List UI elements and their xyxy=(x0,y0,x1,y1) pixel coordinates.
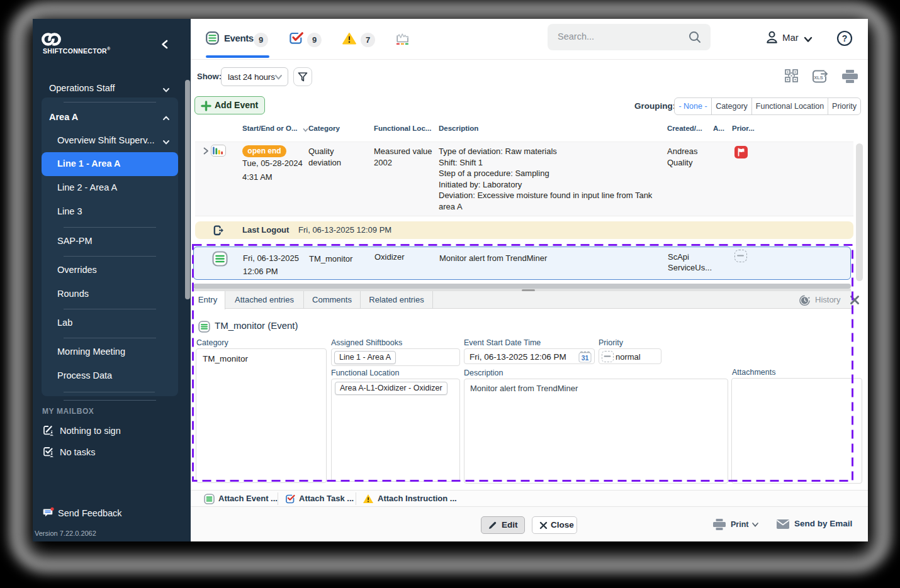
calendar-icon[interactable]: 31 xyxy=(578,351,592,363)
print-icon[interactable] xyxy=(841,70,858,84)
sidebar-item-line2[interactable]: Line 2 - Area A xyxy=(57,182,117,192)
attach-instruction-button[interactable]: Attach Instruction ... xyxy=(378,494,457,503)
print-small-icon[interactable] xyxy=(712,519,726,530)
shiftbook-chip[interactable]: Line 1 - Area A xyxy=(334,351,396,364)
detail-tabs: Entry Attached entries Comments Related … xyxy=(191,291,853,309)
sidebar-item-nothing-to-sign[interactable]: Nothing to sign xyxy=(60,426,121,436)
sidebar-item-line1-selected[interactable]: Line 1 - Area A xyxy=(42,152,178,176)
chevron-down-icon[interactable] xyxy=(162,86,171,94)
help-icon[interactable]: ? xyxy=(836,30,853,47)
tab-attached-entries[interactable]: Attached entries xyxy=(225,291,304,309)
email-icon[interactable] xyxy=(776,519,790,530)
sidebar-scrollbar-thumb[interactable] xyxy=(185,80,190,299)
add-event-label: Add Event xyxy=(215,100,258,110)
column-header-a[interactable]: A... xyxy=(713,125,724,132)
label-priority: Priority xyxy=(599,338,623,347)
label-functional-location: Functional Location xyxy=(331,369,399,377)
events-count-badge: 9 xyxy=(254,33,268,47)
selected-row-category: TM_monitor xyxy=(309,253,352,265)
sidebar-item-overview-shift[interactable]: Overview Shift Superv... xyxy=(57,135,154,145)
user-chevron-down-icon[interactable] xyxy=(803,35,813,44)
close-button[interactable]: Close xyxy=(532,516,577,534)
edit-button[interactable]: Edit xyxy=(481,516,525,534)
sidebar-item-line3[interactable]: Line 3 xyxy=(57,206,82,216)
category-field[interactable]: TM_monitor xyxy=(196,348,327,483)
filter-button[interactable] xyxy=(293,67,312,86)
add-event-button[interactable]: Add Event xyxy=(194,96,265,114)
sidebar-collapse-button[interactable] xyxy=(160,40,169,49)
event-row-quality-deviation[interactable]: open end Tue, 05-28-2024 4:31 AM Quality… xyxy=(195,141,853,216)
grouping-category-button[interactable]: Category xyxy=(711,97,752,115)
column-header-created[interactable]: Created/... xyxy=(667,125,702,132)
events-tab-icon xyxy=(206,31,219,45)
close-panel-icon[interactable] xyxy=(849,294,860,306)
attach-task-button[interactable]: Attach Task ... xyxy=(299,494,354,503)
column-header-start-end[interactable]: Start/End or O... xyxy=(242,125,298,132)
sidebar-item-lab[interactable]: Lab xyxy=(57,318,72,328)
export-xls-icon[interactable]: XLS xyxy=(811,68,831,85)
tab-entry[interactable]: Entry xyxy=(191,291,225,309)
row-expand-chevron-icon[interactable] xyxy=(201,147,210,155)
label-description: Description xyxy=(464,369,503,377)
tasks-tab-icon[interactable] xyxy=(290,32,304,45)
chevron-up-icon[interactable] xyxy=(162,114,171,123)
event-start-value: Fri, 06-13-2025 12:06 PM xyxy=(470,352,566,362)
description-field[interactable]: Monitor alert from TrendMiner xyxy=(464,379,728,484)
selected-row-created-2: ServiceUs... xyxy=(668,262,712,274)
grouping-functional-location-button[interactable]: Functional Location xyxy=(751,97,828,115)
print-chevron-down-icon[interactable] xyxy=(751,522,759,528)
history-icon[interactable] xyxy=(799,294,811,306)
attach-task-icon xyxy=(284,493,296,504)
table-scrollbar-thumb[interactable] xyxy=(856,143,863,281)
selected-row-time: 12:06 PM xyxy=(243,266,278,277)
warnings-tab-icon[interactable] xyxy=(342,33,356,45)
tab-related-entries[interactable]: Related entries xyxy=(361,291,433,309)
column-header-functional[interactable]: Functional Loc... xyxy=(374,125,431,132)
search-icon[interactable] xyxy=(688,30,702,44)
priority-none-small-icon xyxy=(602,351,614,362)
functional-location-chip[interactable]: Area A-L1-Oxidizer - Oxidizer xyxy=(335,382,447,395)
sidebar-item-process-data[interactable]: Process Data xyxy=(57,370,112,380)
tab-events[interactable]: Events xyxy=(224,33,254,43)
sidebar-item-no-tasks[interactable]: No tasks xyxy=(60,447,95,457)
column-header-category[interactable]: Category xyxy=(308,125,340,132)
search-placeholder: Search... xyxy=(558,31,594,42)
chevron-down-icon[interactable] xyxy=(162,138,171,147)
sidebar-item-morning-meeting[interactable]: Morning Meeting xyxy=(57,347,125,357)
event-start-field[interactable]: Fri, 06-13-2025 12:06 PM 31 xyxy=(464,348,595,364)
attachments-field[interactable] xyxy=(731,378,862,484)
search-input[interactable]: Search... xyxy=(548,24,711,50)
attach-event-button[interactable]: Attach Event ... xyxy=(218,494,278,503)
process-monitor-tab-icon[interactable] xyxy=(396,32,409,45)
brand-name: SHIFTCONNECTOR® xyxy=(43,47,110,55)
functional-location-field[interactable]: Area A-L1-Oxidizer - Oxidizer xyxy=(331,379,460,482)
column-header-priority[interactable]: Prior... xyxy=(732,125,755,132)
user-icon[interactable] xyxy=(764,30,780,45)
selected-event-row-tm-monitor[interactable]: Fri, 06-13-2025 12:06 PM TM_monitor Oxid… xyxy=(193,247,851,280)
user-menu[interactable]: Mar xyxy=(782,32,799,43)
grouping-priority-button[interactable]: Priority xyxy=(828,97,861,115)
history-label[interactable]: History xyxy=(815,295,840,304)
sidebar-item-sap-pm[interactable]: SAP-PM xyxy=(57,236,93,246)
send-by-email-button[interactable]: Send by Email xyxy=(794,519,852,528)
priority-field[interactable]: normal xyxy=(599,348,661,364)
topbar: Events 9 9 7 xyxy=(191,19,868,60)
qr-code-icon[interactable] xyxy=(785,69,798,84)
time-range-select[interactable]: last 24 hours xyxy=(221,67,288,86)
grouping-none-button[interactable]: - None - xyxy=(674,97,712,115)
sidebar-item-send-feedback[interactable]: Send Feedback xyxy=(58,508,122,518)
sidebar-group-area-a: Area A Overview Shift Superv... Line 1 -… xyxy=(42,97,178,396)
shiftconnector-logo-icon xyxy=(42,33,61,46)
sidebar-item-area-a[interactable]: Area A xyxy=(49,112,78,122)
label-attachments: Attachments xyxy=(732,368,775,377)
label-assigned-shiftbooks: Assigned Shiftbooks xyxy=(331,338,402,347)
print-button[interactable]: Print xyxy=(731,520,748,529)
sidebar-item-rounds[interactable]: Rounds xyxy=(57,289,89,299)
tab-comments[interactable]: Comments xyxy=(304,291,361,309)
column-header-description[interactable]: Description xyxy=(439,125,478,132)
sidebar-item-overrides[interactable]: Overrides xyxy=(57,265,97,275)
pencil-icon xyxy=(488,521,497,530)
assigned-shiftbooks-field[interactable]: Line 1 - Area A xyxy=(331,348,460,366)
svg-text:?: ? xyxy=(842,33,848,43)
sidebar-item-operations-staff[interactable]: Operations Staff xyxy=(49,83,115,93)
